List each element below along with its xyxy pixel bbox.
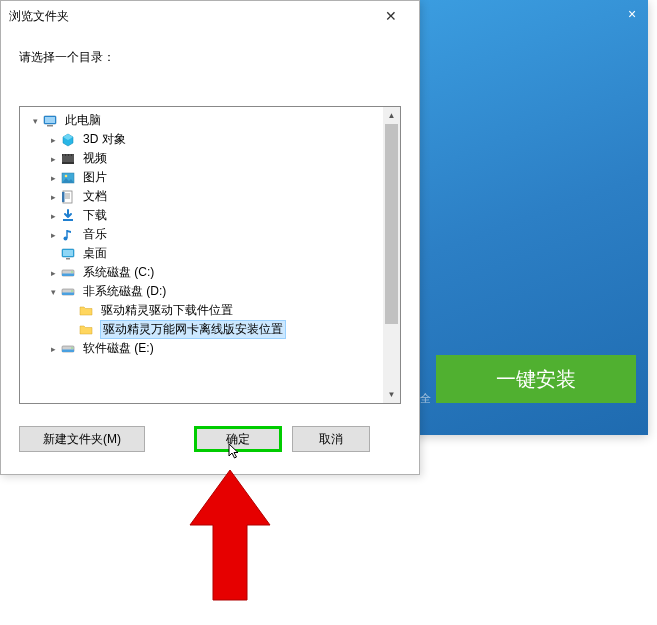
svg-rect-29: [62, 349, 74, 352]
svg-point-9: [72, 154, 73, 155]
pc-icon: [42, 113, 58, 129]
tree-item-drive-e[interactable]: ▸软件磁盘 (E:): [20, 339, 383, 358]
tree-expand-closed-icon[interactable]: ▸: [46, 209, 60, 223]
tree-item-label: 图片: [80, 169, 110, 186]
download-icon: [60, 208, 76, 224]
tree-expand-closed-icon[interactable]: ▸: [46, 190, 60, 204]
tree-item-label: 桌面: [80, 245, 110, 262]
folder-icon: [78, 322, 94, 338]
tree-item-label: 文档: [80, 188, 110, 205]
tree-item-3d-objects[interactable]: ▸3D 对象: [20, 130, 383, 149]
red-annotation-arrow-icon: [185, 465, 275, 605]
tree-item-label: 驱动精灵驱动下载件位置: [98, 302, 236, 319]
new-folder-button[interactable]: 新建文件夹(M): [19, 426, 145, 452]
svg-rect-3: [62, 155, 74, 163]
tree-item-label: 非系统磁盘 (D:): [80, 283, 169, 300]
tree-item-folder-dl[interactable]: 驱动精灵驱动下载件位置: [20, 301, 383, 320]
tree-item-label: 软件磁盘 (E:): [80, 340, 157, 357]
svg-rect-17: [63, 219, 73, 221]
svg-rect-21: [66, 258, 70, 260]
svg-rect-1: [45, 117, 55, 123]
tree-expand-closed-icon[interactable]: ▸: [46, 171, 60, 185]
svg-rect-23: [62, 273, 74, 276]
tree-expand-closed-icon[interactable]: ▸: [46, 152, 60, 166]
desktop-icon: [60, 246, 76, 262]
tree-item-desktop[interactable]: 桌面: [20, 244, 383, 263]
svg-rect-26: [62, 292, 74, 295]
svg-point-24: [71, 271, 72, 272]
vertical-scrollbar[interactable]: ▲ ▼: [383, 107, 400, 403]
folder-tree[interactable]: ▾此电脑▸3D 对象▸视频▸图片▸文档▸下载▸音乐桌面▸系统磁盘 (C:)▾非系…: [20, 107, 383, 362]
tree-expand-open-icon[interactable]: ▾: [46, 285, 60, 299]
tree-expand-closed-icon[interactable]: ▸: [46, 342, 60, 356]
scroll-down-arrow[interactable]: ▼: [383, 386, 400, 403]
dialog-close-button[interactable]: ✕: [371, 4, 411, 28]
browse-folder-dialog: 浏览文件夹 ✕ 请选择一个目录： ▾此电脑▸3D 对象▸视频▸图片▸文档▸下载▸…: [0, 0, 420, 475]
svg-point-6: [63, 154, 64, 155]
drive-icon: [60, 341, 76, 357]
svg-point-11: [65, 174, 68, 177]
svg-rect-20: [63, 250, 73, 256]
3d-icon: [60, 132, 76, 148]
tree-item-music[interactable]: ▸音乐: [20, 225, 383, 244]
svg-point-8: [69, 154, 70, 155]
drive-icon: [60, 265, 76, 281]
installer-hint-text: 全: [420, 391, 431, 406]
scrollbar-thumb[interactable]: [385, 124, 398, 324]
installer-titlebar: ×: [408, 0, 648, 30]
folder-icon: [78, 303, 94, 319]
tree-item-label: 视频: [80, 150, 110, 167]
video-icon: [60, 151, 76, 167]
tree-item-drive-c[interactable]: ▸系统磁盘 (C:): [20, 263, 383, 282]
svg-rect-16: [62, 192, 65, 202]
svg-point-27: [71, 290, 72, 291]
svg-point-18: [64, 236, 68, 240]
folder-tree-container: ▾此电脑▸3D 对象▸视频▸图片▸文档▸下载▸音乐桌面▸系统磁盘 (C:)▾非系…: [19, 106, 401, 404]
installer-window-behind: × 全 一键安装: [408, 0, 648, 435]
svg-rect-2: [47, 125, 53, 127]
tree-expand-open-icon[interactable]: ▾: [28, 114, 42, 128]
tree-item-label: 系统磁盘 (C:): [80, 264, 157, 281]
tree-item-label: 下载: [80, 207, 110, 224]
dialog-button-row: 新建文件夹(M) 确定 取消: [1, 416, 419, 470]
tree-item-label: 此电脑: [62, 112, 104, 129]
svg-rect-5: [62, 162, 74, 164]
tree-item-videos[interactable]: ▸视频: [20, 149, 383, 168]
dialog-title: 浏览文件夹: [9, 8, 69, 25]
tree-expand-closed-icon[interactable]: ▸: [46, 228, 60, 242]
tree-item-documents[interactable]: ▸文档: [20, 187, 383, 206]
scroll-up-arrow[interactable]: ▲: [383, 107, 400, 124]
tree-item-drive-d[interactable]: ▾非系统磁盘 (D:): [20, 282, 383, 301]
tree-item-downloads[interactable]: ▸下载: [20, 206, 383, 225]
tree-item-label: 音乐: [80, 226, 110, 243]
tree-item-label: 3D 对象: [80, 131, 129, 148]
one-click-install-button[interactable]: 一键安装: [436, 355, 636, 403]
tree-item-pictures[interactable]: ▸图片: [20, 168, 383, 187]
doc-icon: [60, 189, 76, 205]
svg-point-30: [71, 347, 72, 348]
drive-icon: [60, 284, 76, 300]
tree-expand-spacer: [64, 304, 78, 318]
tree-expand-spacer: [64, 323, 78, 337]
cancel-button[interactable]: 取消: [292, 426, 370, 452]
svg-point-7: [66, 154, 67, 155]
dialog-titlebar: 浏览文件夹 ✕: [1, 1, 419, 31]
tree-item-folder-install[interactable]: 驱动精灵万能网卡离线版安装位置: [20, 320, 383, 339]
music-icon: [60, 227, 76, 243]
tree-item-this-pc[interactable]: ▾此电脑: [20, 111, 383, 130]
tree-item-label: 驱动精灵万能网卡离线版安装位置: [100, 320, 286, 339]
ok-button[interactable]: 确定: [194, 426, 282, 452]
tree-expand-closed-icon[interactable]: ▸: [46, 133, 60, 147]
dialog-prompt: 请选择一个目录：: [1, 31, 419, 76]
tree-expand-closed-icon[interactable]: ▸: [46, 266, 60, 280]
installer-close-button[interactable]: ×: [624, 6, 640, 22]
pic-icon: [60, 170, 76, 186]
tree-expand-spacer: [46, 247, 60, 261]
